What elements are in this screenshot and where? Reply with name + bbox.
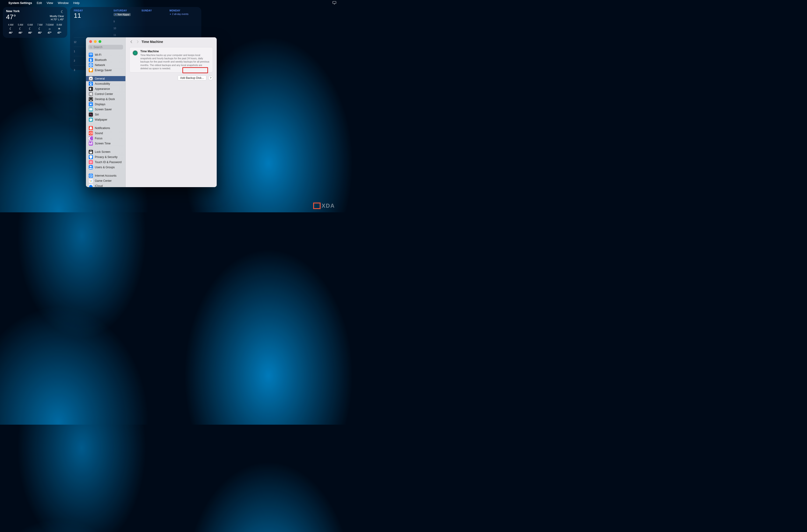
sidebar-item-siri[interactable]: Siri: [86, 112, 125, 117]
sidebar-item-label: Lock Screen: [95, 150, 110, 154]
svg-rect-15: [89, 152, 92, 154]
sidebar-item-label: Game Center: [95, 179, 112, 183]
moon-icon: ☾: [50, 10, 64, 15]
star-icon: ✦: [169, 13, 171, 15]
weather-temp: 47°: [6, 13, 20, 21]
sidebar-item-label: Siri: [95, 113, 99, 116]
sidebar-item-label: Bluetooth: [95, 58, 107, 62]
sidebar-item-label: Network: [95, 63, 105, 67]
sidebar-item-label: Focus: [95, 137, 103, 140]
add-backup-disk-button[interactable]: Add Backup Disk...: [178, 75, 206, 80]
svg-point-1: [90, 46, 92, 48]
sidebar-item-label: iCloud: [95, 184, 103, 187]
sidebar-item-privacy-security[interactable]: Privacy & Security: [86, 154, 125, 159]
menubar-view[interactable]: View: [47, 1, 53, 5]
sidebar-item-control-center[interactable]: Control Center: [86, 92, 125, 97]
gear-icon: [89, 77, 93, 81]
bell-icon: [89, 126, 93, 130]
moon-icon: [89, 136, 93, 140]
card-desc: Time Machine backs up your computer and …: [140, 53, 210, 70]
weather-city: New York: [6, 10, 20, 13]
svg-point-3: [90, 82, 92, 83]
wifi-icon: [89, 53, 93, 57]
sidebar-item-label: Sound: [95, 132, 103, 135]
sidebar-item-screen-saver[interactable]: Screen Saver: [86, 107, 125, 112]
svg-point-5: [91, 93, 92, 94]
sidebar-item-sound[interactable]: Sound: [86, 131, 125, 136]
svg-point-13: [89, 118, 92, 121]
sidebar-item-desktop-dock[interactable]: Desktop & Dock: [86, 97, 125, 102]
sidebar: Wi-FiBluetoothNetworkEnergy SaverGeneral…: [86, 37, 126, 187]
usr-icon: [89, 165, 93, 169]
search-icon: [90, 46, 92, 49]
gc-icon: [89, 179, 93, 183]
moon-icon: ☾: [16, 27, 25, 31]
system-settings-window: Wi-FiBluetoothNetworkEnergy SaverGeneral…: [86, 37, 217, 187]
menubar-window[interactable]: Window: [58, 1, 69, 5]
sidebar-item-label: Accessibility: [95, 82, 110, 86]
sidebar-item-wallpaper[interactable]: Wallpaper: [86, 117, 125, 122]
sidebar-item-lock-screen[interactable]: Lock Screen: [86, 149, 125, 154]
net-icon: [89, 63, 93, 67]
sidebar-item-label: Internet Accounts: [95, 174, 116, 177]
star-icon: ✦: [115, 13, 117, 16]
svg-rect-8: [89, 98, 92, 100]
search-input[interactable]: [93, 45, 122, 49]
sidebar-item-game-center[interactable]: Game Center: [86, 178, 125, 184]
svg-point-17: [91, 166, 92, 168]
weather-hours: 4 AM☾46° 5 AM☾46° 6 AM☾46° 7 AM☾45° 7:03…: [6, 23, 64, 34]
svg-point-18: [89, 174, 92, 177]
menubar-help[interactable]: Help: [73, 1, 80, 5]
cal-all-day-events[interactable]: ✦2 all-day events: [169, 13, 188, 15]
weather-cond: Mostly Clear: [50, 15, 64, 18]
close-button[interactable]: [89, 40, 92, 43]
svg-rect-9: [90, 100, 92, 101]
sidebar-item-screen-time[interactable]: Screen Time: [86, 141, 125, 146]
sidebar-item-icloud[interactable]: iCloud: [86, 184, 125, 187]
sidebar-item-internet-accounts[interactable]: Internet Accounts: [86, 173, 125, 178]
svg-rect-11: [89, 108, 92, 110]
forward-button[interactable]: [135, 40, 140, 44]
sidebar-item-touch-id-password[interactable]: Touch ID & Password: [86, 159, 125, 165]
page-title: Time Machine: [142, 40, 163, 44]
sidebar-item-users-groups[interactable]: Users & Groups: [86, 165, 125, 170]
card-title: Time Machine: [140, 50, 210, 53]
sidebar-item-appearance[interactable]: Appearance: [86, 86, 125, 92]
sidebar-item-wi-fi[interactable]: Wi-Fi: [86, 52, 125, 57]
search-field[interactable]: [88, 45, 123, 50]
menubar-app[interactable]: System Settings: [8, 1, 32, 5]
sidebar-item-displays[interactable]: Displays: [86, 102, 125, 107]
moon-icon: ☾: [35, 27, 44, 31]
menubar-edit[interactable]: Edit: [37, 1, 42, 5]
bulb-icon: [89, 68, 93, 72]
app-icon: [89, 87, 93, 91]
cc-icon: [89, 92, 93, 96]
maximize-button[interactable]: [98, 40, 102, 43]
hand-icon: [89, 155, 93, 159]
sidebar-item-notifications[interactable]: Notifications: [86, 126, 125, 131]
sidebar-item-bluetooth[interactable]: Bluetooth: [86, 57, 125, 62]
sidebar-item-label: Desktop & Dock: [95, 97, 115, 101]
display-icon[interactable]: [332, 1, 336, 4]
help-button[interactable]: ?: [208, 76, 213, 80]
sidebar-item-label: Control Center: [95, 92, 113, 96]
cal-day-sun: SUNDAY: [142, 10, 169, 12]
sidebar-item-focus[interactable]: Focus: [86, 136, 125, 141]
moon-icon: ☾: [25, 27, 35, 31]
moon-icon: ☾: [6, 27, 15, 31]
menubar: System Settings Edit View Window Help: [0, 0, 340, 6]
sidebar-item-network[interactable]: Network: [86, 62, 125, 68]
cal-event-pill[interactable]: ✦Yom Kippur: [113, 13, 131, 16]
cal-daynum: 11: [74, 12, 113, 19]
sidebar-item-accessibility[interactable]: Accessibility: [86, 81, 125, 86]
weather-widget[interactable]: New York 47° ☾ Mostly Clear H:70° L:45° …: [3, 7, 67, 38]
back-button[interactable]: [129, 40, 133, 44]
sunrise-icon: ☼: [45, 27, 54, 31]
sidebar-item-label: Wallpaper: [95, 118, 107, 121]
snd-icon: [89, 131, 93, 135]
cal-day-sat: SATURDAY: [113, 10, 142, 12]
minimize-button[interactable]: [94, 40, 97, 43]
sidebar-item-energy-saver[interactable]: Energy Saver: [86, 68, 125, 73]
sidebar-item-general[interactable]: General: [86, 76, 125, 81]
toolbar: Time Machine: [126, 37, 217, 46]
